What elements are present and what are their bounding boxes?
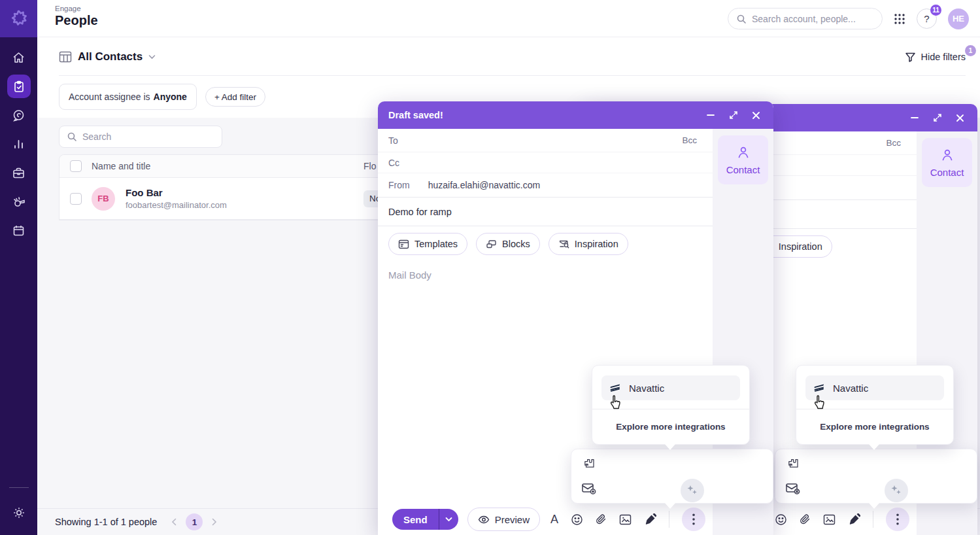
- ai-sparkles-button[interactable]: [885, 479, 908, 502]
- user-avatar[interactable]: HE: [948, 9, 969, 29]
- page-prev-icon[interactable]: [171, 518, 177, 526]
- more-options-panel-front: [571, 449, 773, 504]
- starburst-logo-icon: [9, 9, 29, 29]
- page-number[interactable]: 1: [186, 513, 203, 530]
- filter-chip-value: Anyone: [154, 92, 187, 102]
- sidebar-item-engage[interactable]: [7, 75, 31, 98]
- global-search[interactable]: [728, 8, 883, 29]
- to-label[interactable]: To: [388, 135, 398, 146]
- more-options-button[interactable]: [682, 508, 705, 531]
- navattic-logo-icon: [609, 383, 622, 392]
- text-format-icon[interactable]: A: [550, 513, 558, 526]
- toolbar-divider: [873, 511, 873, 528]
- search-icon: [67, 131, 77, 142]
- cc-label[interactable]: Cc: [388, 158, 399, 168]
- integrations-puzzle-icon[interactable]: [786, 457, 801, 471]
- column-header-flow[interactable]: Flo: [363, 161, 376, 171]
- emoji-icon[interactable]: [571, 513, 583, 526]
- contact-panel-button[interactable]: Contact: [922, 138, 972, 187]
- from-label: From: [388, 180, 410, 190]
- navattic-label: Navattic: [833, 383, 868, 394]
- attachment-icon[interactable]: [800, 513, 811, 526]
- add-filter-button[interactable]: + Add filter: [205, 87, 265, 107]
- breadcrumb-section: Engage: [55, 5, 98, 12]
- close-icon[interactable]: [752, 111, 760, 120]
- view-table-icon: [59, 51, 72, 63]
- list-search-input[interactable]: [82, 131, 207, 142]
- minimize-icon[interactable]: [706, 111, 715, 120]
- preview-button[interactable]: Preview: [467, 508, 540, 531]
- pen-icon[interactable]: [644, 513, 656, 526]
- chevron-down-icon[interactable]: [148, 54, 156, 60]
- sidebar-item-deals[interactable]: [7, 161, 31, 184]
- app-grid-icon[interactable]: [894, 13, 905, 25]
- engage-clipboard-icon: [12, 80, 25, 93]
- sidebar-item-home[interactable]: [7, 46, 31, 69]
- send-button[interactable]: Send: [392, 509, 439, 530]
- unsubscribe-mail-icon[interactable]: [581, 481, 597, 496]
- expand-icon[interactable]: [933, 113, 942, 122]
- sidebar-item-settings[interactable]: [7, 501, 31, 525]
- hide-filters-button[interactable]: Hide filters 1: [905, 52, 966, 63]
- bcc-toggle[interactable]: Bcc: [886, 138, 901, 148]
- contact-name[interactable]: Foo Bar: [126, 187, 227, 198]
- sidebar-item-conversations[interactable]: [7, 103, 31, 127]
- hand-cursor-icon: [811, 394, 828, 413]
- header-divider: [59, 75, 966, 76]
- contact-email: foobartest@mailinator.com: [126, 200, 227, 210]
- templates-button[interactable]: Templates: [388, 233, 467, 255]
- row-checkbox[interactable]: [70, 193, 82, 205]
- expand-icon[interactable]: [729, 111, 738, 120]
- attachment-icon[interactable]: [596, 513, 607, 526]
- inspiration-button[interactable]: Inspiration: [549, 233, 628, 255]
- from-address[interactable]: huzaifa.elahi@navattic.com: [428, 180, 540, 190]
- emoji-icon[interactable]: [775, 513, 787, 526]
- compose-title: Draft saved!: [388, 110, 443, 120]
- integrations-puzzle-icon[interactable]: [583, 457, 597, 471]
- navattic-label: Navattic: [629, 383, 664, 394]
- calendar-icon: [12, 224, 25, 237]
- send-options-caret[interactable]: [439, 509, 458, 530]
- send-split-button: Send: [392, 509, 458, 530]
- coaching-whistle-icon: [12, 194, 26, 209]
- sidebar-item-analytics[interactable]: [7, 132, 31, 156]
- help-question-mark: ?: [924, 13, 929, 24]
- contact-panel-button[interactable]: Contact: [718, 135, 768, 184]
- sidebar-item-coaching[interactable]: [7, 190, 31, 213]
- more-options-button[interactable]: [886, 508, 909, 531]
- toolbar-divider: [669, 511, 669, 528]
- compose-header[interactable]: Draft saved!: [378, 101, 773, 129]
- person-icon: [735, 145, 751, 160]
- minimize-icon[interactable]: [910, 113, 919, 122]
- ai-sparkles-button[interactable]: [681, 479, 704, 502]
- page-title: People: [55, 13, 98, 28]
- sidebar: [0, 0, 37, 535]
- list-search[interactable]: [59, 126, 222, 148]
- app-logo[interactable]: [0, 0, 37, 37]
- sidebar-item-meetings[interactable]: [7, 218, 31, 242]
- subject-input[interactable]: Demo for ramp: [378, 198, 713, 226]
- gear-icon: [12, 506, 26, 520]
- global-search-input[interactable]: [752, 14, 870, 24]
- page-next-icon[interactable]: [212, 518, 217, 526]
- select-all-checkbox[interactable]: [70, 160, 82, 172]
- unsubscribe-mail-icon[interactable]: [785, 481, 801, 496]
- pen-icon[interactable]: [848, 513, 860, 526]
- image-icon[interactable]: [619, 514, 632, 525]
- filter-chip-prefix: Account assignee is: [69, 92, 150, 102]
- hand-cursor-icon: [607, 394, 624, 413]
- explore-integrations-link[interactable]: Explore more integrations: [592, 409, 749, 444]
- explore-integrations-link[interactable]: Explore more integrations: [796, 409, 953, 444]
- image-icon[interactable]: [823, 514, 836, 525]
- filter-chip-account-assignee[interactable]: Account assignee is Anyone: [59, 84, 197, 110]
- blocks-button[interactable]: Blocks: [476, 233, 540, 255]
- column-header-name[interactable]: Name and title: [92, 161, 363, 171]
- filter-count-badge: 1: [965, 45, 976, 56]
- view-title[interactable]: All Contacts: [78, 50, 143, 63]
- home-icon: [12, 51, 25, 65]
- deals-briefcase-icon: [12, 166, 25, 180]
- close-icon[interactable]: [956, 114, 964, 122]
- person-icon: [939, 147, 955, 163]
- navattic-logo-icon: [813, 383, 826, 392]
- bcc-toggle[interactable]: Bcc: [682, 135, 697, 145]
